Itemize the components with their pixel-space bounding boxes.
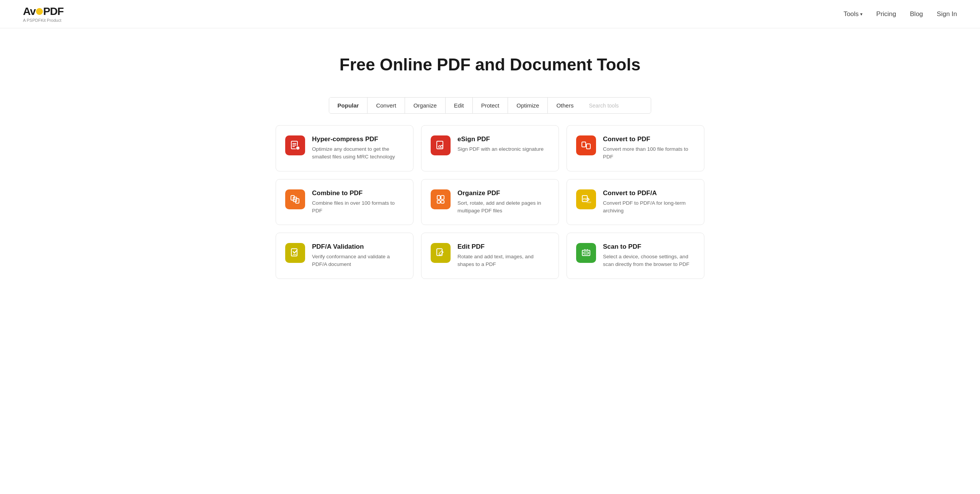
logo-subtitle: A PSPDFKit Product [23,18,61,23]
combine-title: Combine to PDF [312,189,404,197]
search-input[interactable] [582,99,651,112]
esign-desc: Sign PDF with an electronic signature [457,145,544,153]
hyper-compress-info: Hyper-compress PDF Optimize any document… [312,135,404,161]
tools-grid: ↓ Hyper-compress PDF Optimize any docume… [268,125,712,302]
scan-info: Scan to PDF Select a device, choose sett… [603,243,695,269]
hyper-compress-desc: Optimize any document to get the smalles… [312,145,404,161]
organize-info: Organize PDF Sort, rotate, add and delet… [457,189,549,215]
organize-title: Organize PDF [457,189,549,197]
svg-rect-10 [291,196,294,200]
tab-others[interactable]: Others [548,98,582,113]
convert-to-pdf-desc: Convert more than 100 file formats to PD… [603,145,695,161]
nav-links: Tools Pricing Blog Sign In [843,10,957,18]
edit-pdf-info: Edit PDF Rotate and add text, images, an… [457,243,549,269]
edit-pdf-title: Edit PDF [457,243,549,251]
tool-card-pdfa-validation[interactable]: PDF/A Validation Verify conformance and … [276,233,413,279]
esign-info: eSign PDF Sign PDF with an electronic si… [457,135,544,153]
pdfa-validation-icon [285,243,305,263]
combine-desc: Combine files in over 100 formats to PDF [312,199,404,215]
svg-rect-8 [582,142,586,147]
nav-pricing-link[interactable]: Pricing [876,10,896,18]
tab-organize[interactable]: Organize [405,98,446,113]
scan-icon [576,243,596,263]
tool-card-edit-pdf[interactable]: Edit PDF Rotate and add text, images, an… [421,233,559,279]
tool-card-convert-to-pdf[interactable]: Convert to PDF Convert more than 100 fil… [567,125,704,171]
hyper-compress-icon: ↓ [285,135,305,155]
logo[interactable]: AvPDF A PSPDFKit Product [23,5,64,23]
navbar: AvPDF A PSPDFKit Product Tools Pricing B… [0,0,980,28]
convert-to-pdf-info: Convert to PDF Convert more than 100 fil… [603,135,695,161]
pdfa-validation-desc: Verify conformance and validate a PDF/A … [312,253,404,269]
organize-desc: Sort, rotate, add and delete pages in mu… [457,199,549,215]
convert-to-pdf-title: Convert to PDF [603,135,695,143]
tab-edit[interactable]: Edit [446,98,473,113]
svg-rect-9 [586,144,590,149]
logo-text: AvPDF [23,5,64,18]
esign-icon [431,135,451,155]
convert-pdfa-title: Convert to PDF/A [603,189,695,197]
svg-text:↓: ↓ [297,147,299,150]
tool-card-esign[interactable]: eSign PDF Sign PDF with an electronic si… [421,125,559,171]
tabs-section: Popular Convert Organize Edit Protect Op… [0,90,980,125]
svg-rect-12 [296,199,299,203]
svg-rect-14 [441,196,444,199]
combine-icon [285,189,305,209]
convert-pdfa-desc: Convert PDF to PDF/A for long-term archi… [603,199,695,215]
tab-protect[interactable]: Protect [473,98,508,113]
nav-blog-link[interactable]: Blog [910,10,923,18]
svg-rect-15 [437,201,440,203]
tool-card-scan[interactable]: Scan to PDF Select a device, choose sett… [567,233,704,279]
nav-signin-link[interactable]: Sign In [937,10,957,18]
tab-popular[interactable]: Popular [329,98,368,113]
tool-card-organize[interactable]: Organize PDF Sort, rotate, add and delet… [421,179,559,225]
hyper-compress-title: Hyper-compress PDF [312,135,404,143]
esign-title: eSign PDF [457,135,544,143]
svg-text:PDF/A: PDF/A [587,201,591,204]
tool-card-hyper-compress[interactable]: ↓ Hyper-compress PDF Optimize any docume… [276,125,413,171]
tab-optimize[interactable]: Optimize [508,98,548,113]
svg-rect-13 [437,196,440,199]
organize-icon [431,189,451,209]
nav-tools-link[interactable]: Tools [843,10,862,18]
page-title: Free Online PDF and Document Tools [8,55,972,74]
pdfa-validation-info: PDF/A Validation Verify conformance and … [312,243,404,269]
convert-pdfa-icon: PDF PDF/A [576,189,596,209]
logo-circle-icon [36,8,43,15]
tab-convert[interactable]: Convert [368,98,405,113]
scan-desc: Select a device, choose settings, and sc… [603,253,695,269]
tool-card-combine[interactable]: Combine to PDF Combine files in over 100… [276,179,413,225]
tabs-container: Popular Convert Organize Edit Protect Op… [329,97,652,114]
scan-title: Scan to PDF [603,243,695,251]
svg-rect-16 [441,201,444,203]
combine-info: Combine to PDF Combine files in over 100… [312,189,404,215]
pdfa-validation-title: PDF/A Validation [312,243,404,251]
edit-pdf-desc: Rotate and add text, images, and shapes … [457,253,549,269]
svg-rect-11 [293,197,297,202]
edit-pdf-icon [431,243,451,263]
convert-to-pdf-icon [576,135,596,155]
convert-pdfa-info: Convert to PDF/A Convert PDF to PDF/A fo… [603,189,695,215]
tool-card-convert-pdfa[interactable]: PDF PDF/A Convert to PDF/A Convert PDF t… [567,179,704,225]
hero-section: Free Online PDF and Document Tools [0,28,980,90]
